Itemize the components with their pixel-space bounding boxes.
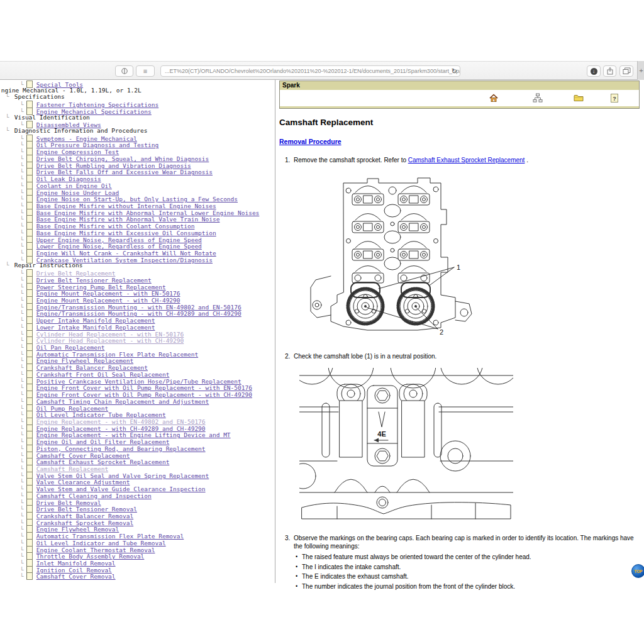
sidebar-item: └Valve Stem and Valve Guide Clearance In… — [1, 485, 274, 492]
sidebar-item: └Power Steering Pump Belt Replacement — [1, 283, 274, 290]
new-tab-button[interactable]: + — [637, 61, 644, 80]
tree-branch-icon: └ — [6, 93, 9, 100]
step-2: 2.Check the camshaft lobe (1) is in a ne… — [279, 352, 640, 360]
frame-title: Spark — [280, 81, 639, 90]
sidebar-item-label: Repair Instructions — [14, 262, 83, 269]
sidebar-item: └Crankshaft Balancer Removal — [1, 512, 274, 519]
sidebar-item: └Cylinder Head Replacement - with EN-501… — [1, 330, 274, 337]
sidebar-item: └Engine Flywheel Removal — [1, 525, 274, 532]
sidebar-item: └Oil Pump Replacement — [1, 404, 274, 411]
figure-bearing-cap: 4E — [299, 368, 640, 525]
sitemap-icon[interactable] — [533, 93, 543, 103]
sidebar-item: └Engine Replacement - with Engine Liftin… — [1, 431, 274, 438]
sidebar-item: └Drive Belt Tensioner Replacement — [1, 276, 274, 283]
top-badge[interactable]: TOP — [631, 564, 644, 578]
sidebar-item: └Drive Belt Replacement — [1, 269, 274, 276]
sidebar-item: └Camshaft Cover Replacement — [1, 452, 274, 458]
sidebar-item: └Engine Noise Under Load — [1, 189, 274, 196]
home-icon[interactable] — [489, 93, 499, 103]
sidebar-item: └Lower Engine Noise, Regardless of Engin… — [1, 242, 274, 249]
frame-toolbar: ? — [280, 90, 639, 106]
sidebar-item: └Specifications — [1, 94, 274, 101]
sidebar-item: └Automatic Transmission Flex Plate Repla… — [1, 350, 274, 357]
sidebar-tree: └Special Tools Engine Mechanical - 1.0L,… — [1, 80, 274, 582]
sidebar-item: └Positive Crankcase Ventilation Hose/Pip… — [1, 377, 274, 384]
sidebar-item: └Inlet Manifold Removal — [1, 559, 274, 566]
sidebar-item: └Drive Belt Removal — [1, 499, 274, 506]
sidebar-item: └Oil Leak Diagnosis — [1, 175, 274, 182]
sidebar-item: └Camshaft Cover Removal — [1, 572, 274, 579]
svg-text:?: ? — [613, 96, 616, 102]
figure-camshaft-sprockets: 1 2 — [307, 172, 640, 343]
sidebar-item: └Camshaft Exhaust Sprocket Replacement — [1, 458, 274, 465]
list-item: The raised feature must always be orient… — [294, 553, 640, 561]
sidebar-item: └Crankshaft Sprocket Removal — [1, 519, 274, 526]
sidebar-item: └Symptoms - Engine Mechanical — [1, 135, 274, 142]
sidebar-item: └Engine Will Not Crank - Crankshaft Will… — [1, 249, 274, 256]
tree-branch-icon: └ — [6, 127, 9, 134]
sidebar-item: └Lower Intake Manifold Replacement — [1, 323, 274, 330]
sidebar-item: └Camshaft Replacement — [1, 465, 274, 472]
sidebar-item: └Cylinder Head Replacement - with CH-492… — [1, 336, 274, 343]
share-icon[interactable] — [603, 65, 616, 77]
step-number: 2. — [285, 352, 290, 360]
sidebar-item: └Base Engine Misfire with Abnormal Inter… — [1, 209, 274, 216]
list-item: The I indicates the intake camshaft. — [294, 563, 640, 571]
url-bar[interactable]: ...ET%20(CT)/ORLANDO/Chevrolet%20Orlando… — [160, 65, 460, 77]
sidebar-item: └Engine Mount Replacement - with CH-4929… — [1, 296, 274, 303]
help-icon[interactable]: ? — [609, 93, 619, 103]
step-text: Observe the markings on the bearing caps… — [294, 535, 634, 550]
sidebar-item: └Oil Level Indicator and Tube Removal — [1, 539, 274, 546]
removal-procedure-link[interactable]: Removal Procedure — [279, 138, 341, 145]
list-item: The number indicates the journal positio… — [294, 582, 640, 591]
step3-bullets: The raised feature must always be orient… — [294, 553, 640, 591]
sidebar-item-label: Visual Identification — [14, 114, 90, 121]
sidebar-item-label[interactable]: Camshaft Cover Removal — [36, 573, 116, 580]
sidebar-item: └Upper Engine Noise, Regardless of Engin… — [1, 236, 274, 243]
downloads-icon[interactable]: ↓ — [587, 65, 601, 77]
page-title: Camshaft Replacement — [279, 118, 640, 127]
cam-cap-rows — [352, 186, 430, 284]
url-text: ...ET%20(CT)/ORLANDO/Chevrolet%20Orlando… — [165, 68, 460, 74]
sidebar-item: └Visual Identification — [1, 114, 274, 121]
reader-icon[interactable]: ≡ — [136, 65, 155, 77]
bullet-text: The raised feature must always be orient… — [302, 553, 531, 560]
sidebar-item: └Repair Instructions — [1, 262, 274, 269]
sidebar-item: └Engine Flywheel Replacement — [1, 357, 274, 364]
sidebar-item: └Crankshaft Front Oil Seal Replacement — [1, 370, 274, 377]
sidebar-item: └Oil Pressure Diagnosis and Testing — [1, 141, 274, 148]
sidebar-item: └Throttle Body Assembly Removal — [1, 552, 274, 559]
sidebar-item-label: Diagnostic Information and Procedures — [14, 127, 148, 134]
document-icon — [26, 572, 33, 580]
document-icon — [26, 397, 33, 405]
list-item: The E indicates the exhaust camshaft. — [294, 572, 640, 580]
sidebar-item: └Drive Belt Falls Off and Excessive Wear… — [1, 168, 274, 175]
content-frame: Spark ? Camshaft Replacement Removal Pro… — [279, 80, 640, 591]
privacy-icon[interactable] — [115, 65, 133, 77]
sidebar-item: └Upper Intake Manifold Replacement — [1, 316, 274, 323]
step-3: 3.Observe the markings on the bearing ca… — [279, 534, 640, 591]
tabs-icon[interactable] — [619, 65, 633, 77]
reload-icon[interactable]: ↻ — [452, 66, 457, 76]
sidebar-item: └Engine Mount Replacement - with EN-5017… — [1, 289, 274, 296]
sidebar-item: └Drive Belt Rumbling and Vibration Diagn… — [1, 162, 274, 169]
step-text-after: . — [525, 157, 528, 164]
sprocket-left — [348, 289, 383, 324]
tree-branch-icon: └ — [6, 114, 9, 121]
bearing-cap-marking: 4E — [377, 430, 386, 438]
callout-2: 2 — [440, 328, 443, 336]
sidebar-item: └Base Engine Misfire with Coolant Consum… — [1, 222, 274, 229]
step-number: 1. — [285, 156, 290, 164]
sidebar-item: └Crankshaft Balancer Replacement — [1, 364, 274, 370]
sidebar-item: └Drive Belt Tensioner Removal — [1, 505, 274, 512]
bullet-text: The number indicates the journal positio… — [302, 583, 515, 590]
document-icon — [26, 182, 33, 189]
sidebar-item: └Coolant in Engine Oil — [1, 182, 274, 189]
sidebar-item: └Piston, Connecting Rod, and Bearing Rep… — [1, 445, 274, 452]
sidebar-item: └Engine Compression Test — [1, 148, 274, 155]
frame-divider — [275, 80, 275, 583]
sprocket-replacement-link[interactable]: Camshaft Exhaust Sprocket Replacement — [408, 157, 525, 164]
sidebar-item: └Engine/Transmission Mounting - with EN-… — [1, 303, 274, 310]
folder-icon[interactable] — [574, 93, 584, 103]
sidebar-item: └Valve Stem Oil Seal and Valve Spring Re… — [1, 472, 274, 479]
